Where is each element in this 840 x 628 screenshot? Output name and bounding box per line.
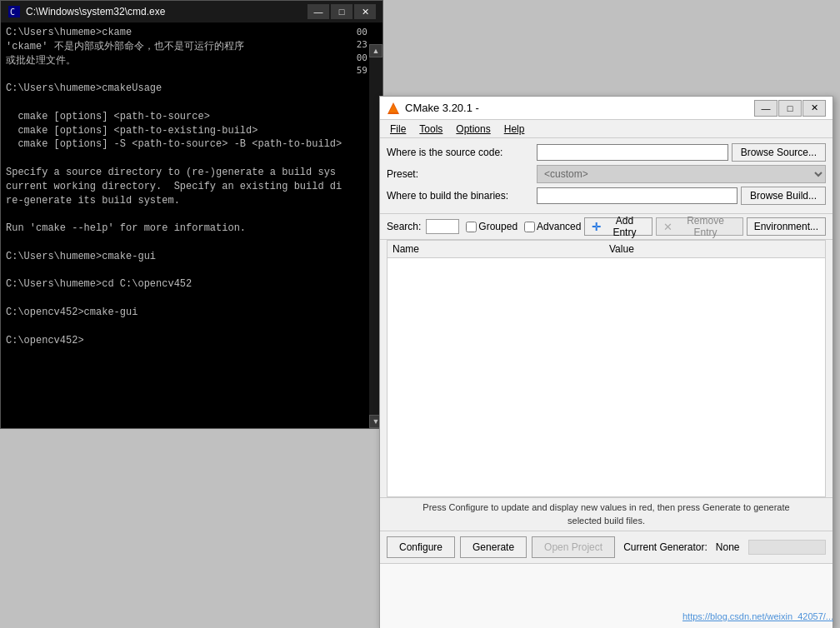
cmd-line-8: cmake [options] <path-to-existing-build> <box>6 124 378 138</box>
browse-source-button[interactable]: Browse Source... <box>732 143 826 162</box>
cmake-window: CMake 3.20.1 - — □ ✕ File Tools Options … <box>379 96 833 628</box>
statusbar-message: Press Configure to update and display ne… <box>422 502 789 525</box>
cmd-line-15: Run 'cmake --help' for more information. <box>6 222 378 236</box>
preset-select[interactable]: <custom> <box>537 165 826 183</box>
binaries-input[interactable] <box>537 187 738 204</box>
source-label: Where is the source code: <box>387 147 537 158</box>
cmake-buttons: Configure Generate Open Project Current … <box>380 531 832 563</box>
cmd-close-button[interactable]: ✕ <box>354 4 376 19</box>
cmd-line-19: C:\Users\humeme>cd C:\opencv452 <box>6 277 378 292</box>
advanced-label[interactable]: Advanced <box>537 221 581 232</box>
cmake-close-button[interactable]: ✕ <box>802 100 826 117</box>
cmd-line-16 <box>6 236 378 250</box>
generator-value: None <box>716 541 740 553</box>
cmd-line-3: 或批处理文件。 <box>6 54 378 68</box>
remove-entry-label: Remove Entry <box>675 215 735 238</box>
cmd-line-4 <box>6 67 378 82</box>
environment-label: Environment... <box>754 221 818 232</box>
name-column-header: Name <box>392 243 609 255</box>
cmd-line-6 <box>6 96 378 110</box>
add-entry-icon: ✛ <box>592 221 601 233</box>
cmd-minimize-button[interactable]: — <box>308 4 329 19</box>
cmd-line-13: re-generate its build system. <box>6 194 378 208</box>
cmd-line-11: Specify a source directory to (re-)gener… <box>6 166 378 180</box>
cmd-line-12: current working directory. Specify an ex… <box>6 180 378 194</box>
cmd-window: C C:\Windows\system32\cmd.exe — □ ✕ C:\U… <box>0 0 383 429</box>
preset-label: Preset: <box>387 168 537 180</box>
cmake-table: Name Value <box>387 240 826 497</box>
source-row: Where is the source code: Browse Source.… <box>387 143 826 162</box>
table-header: Name Value <box>388 241 825 258</box>
cmd-window-controls: — □ ✕ <box>308 4 376 19</box>
value-column-header: Value <box>609 243 820 255</box>
browse-build-button[interactable]: Browse Build... <box>741 187 826 205</box>
cmake-statusbar: Press Configure to update and display ne… <box>380 497 832 531</box>
menu-help[interactable]: Help <box>498 122 532 137</box>
search-label: Search: <box>387 221 421 232</box>
binaries-label: Where to build the binaries: <box>387 190 537 202</box>
cmd-title: C:\Windows\system32\cmd.exe <box>26 6 308 17</box>
cmd-line-21: C:\opencv452>cmake-gui <box>6 306 378 320</box>
menu-file[interactable]: File <box>383 122 412 137</box>
open-project-button[interactable]: Open Project <box>532 536 615 558</box>
cmake-titlebar: CMake 3.20.1 - — □ ✕ <box>380 97 832 120</box>
cmake-form: Where is the source code: Browse Source.… <box>380 138 832 214</box>
cmd-line-22 <box>6 320 378 334</box>
cmd-maximize-button[interactable]: □ <box>331 4 352 19</box>
cmd-line-23: C:\opencv452> <box>6 334 378 348</box>
table-body <box>388 258 825 494</box>
advanced-checkbox-group: Advanced <box>524 221 581 232</box>
remove-entry-button[interactable]: ✕ Remove Entry <box>656 217 742 236</box>
progress-bar <box>748 540 826 555</box>
scrollbar-numbers: 00 23 00 59 <box>357 26 368 77</box>
configure-button[interactable]: Configure <box>387 536 455 558</box>
cmake-menubar: File Tools Options Help <box>380 120 832 138</box>
cmake-window-controls: — □ ✕ <box>754 100 826 117</box>
cmd-line-14 <box>6 207 378 222</box>
search-input[interactable] <box>426 219 459 234</box>
preset-row: Preset: <custom> <box>387 165 826 183</box>
cmake-title: CMake 3.20.1 - <box>405 102 754 114</box>
cmd-line-9: cmake [options] -S <path-to-source> -B <… <box>6 137 378 152</box>
menu-tools[interactable]: Tools <box>412 122 449 137</box>
cmd-line-18 <box>6 264 378 278</box>
generator-label: Current Generator: <box>623 541 708 553</box>
grouped-label[interactable]: Grouped <box>478 221 518 232</box>
cmd-line-7: cmake [options] <path-to-source> <box>6 110 378 124</box>
cmake-icon <box>387 102 400 115</box>
cmd-titlebar: C C:\Windows\system32\cmd.exe — □ ✕ <box>1 1 382 22</box>
remove-entry-icon: ✕ <box>663 221 672 233</box>
scrollbar-up-arrow[interactable]: ▲ <box>369 44 382 57</box>
cmake-toolbar: Search: Grouped Advanced ✛ Add Entry ✕ R… <box>380 214 832 240</box>
cmd-line-20 <box>6 292 378 306</box>
cmd-line-2: 'ckame' 不是内部或外部命令，也不是可运行的程序 <box>6 40 378 54</box>
binaries-row: Where to build the binaries: Browse Buil… <box>387 187 826 205</box>
grouped-checkbox-group: Grouped <box>466 221 518 232</box>
svg-text:C: C <box>10 7 15 17</box>
cmd-line-5: C:\Users\humeme>cmakeUsage <box>6 82 378 96</box>
add-entry-button[interactable]: ✛ Add Entry <box>584 217 652 236</box>
cmake-maximize-button[interactable]: □ <box>778 100 802 117</box>
cmake-minimize-button[interactable]: — <box>754 100 778 117</box>
environment-button[interactable]: Environment... <box>747 217 826 236</box>
add-entry-label: Add Entry <box>603 215 645 238</box>
cmd-line-1: C:\Users\humeme>ckame <box>6 26 378 40</box>
menu-options[interactable]: Options <box>449 122 497 137</box>
cmd-icon: C <box>8 5 21 18</box>
grouped-checkbox[interactable] <box>466 222 477 232</box>
cmd-output: C:\Users\humeme>ckame 'ckame' 不是内部或外部命令，… <box>1 22 382 351</box>
advanced-checkbox[interactable] <box>524 222 535 232</box>
cmd-line-17: C:\Users\humeme>cmake-gui <box>6 250 378 264</box>
generate-button[interactable]: Generate <box>460 536 527 558</box>
cmd-line-10 <box>6 152 378 166</box>
source-input[interactable] <box>537 144 728 161</box>
watermark: https://blog.csdn.net/weixin_42057/... <box>682 611 833 621</box>
